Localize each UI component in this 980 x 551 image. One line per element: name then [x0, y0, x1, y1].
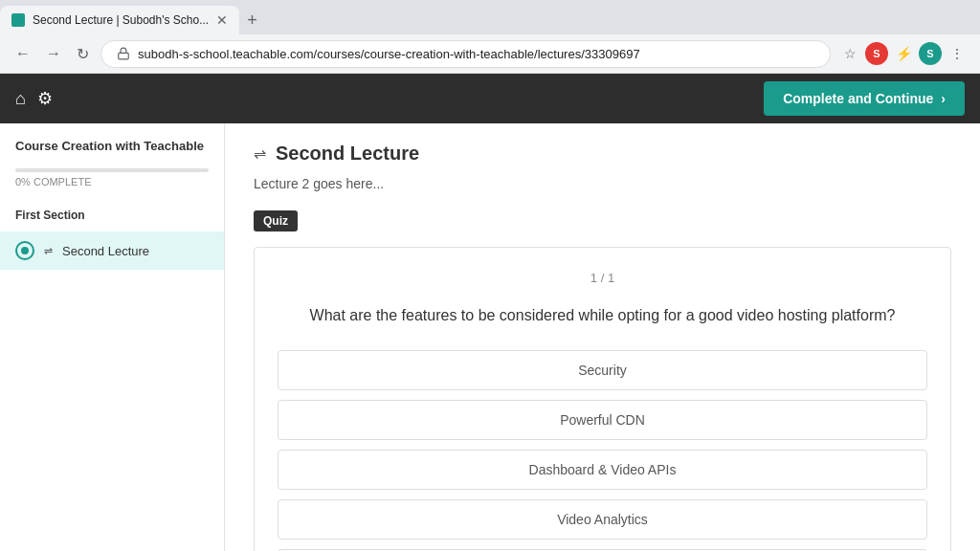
quiz-type-icon: ⇌	[44, 245, 53, 257]
svg-rect-0	[119, 53, 129, 58]
back-button[interactable]: ←	[11, 41, 34, 66]
lecture-name: Second Lecture	[62, 244, 149, 258]
settings-icon[interactable]: ⚙	[37, 88, 53, 109]
quiz-badge: Quiz	[254, 210, 298, 231]
complete-btn-chevron: ›	[941, 91, 946, 106]
browser-chrome: Second Lecture | Subodh's Scho... ✕ + ← …	[0, 0, 980, 74]
progress-bar-container: 0% COMPLETE	[0, 168, 224, 199]
sidebar: Course Creation with Teachable 0% COMPLE…	[0, 123, 225, 551]
progress-bar-bg	[15, 168, 209, 172]
course-title: Course Creation with Teachable	[0, 123, 224, 168]
forward-button[interactable]: →	[42, 41, 65, 66]
active-tab[interactable]: Second Lecture | Subodh's Scho... ✕	[0, 6, 239, 34]
tab-title: Second Lecture | Subodh's Scho...	[33, 13, 209, 27]
quiz-box: 1 / 1 What are the features to be consid…	[254, 247, 951, 551]
home-icon[interactable]: ⌂	[15, 89, 26, 109]
quiz-options: Security Powerful CDN Dashboard & Video …	[278, 350, 927, 551]
star-icon[interactable]: ☆	[838, 42, 861, 65]
url-text: subodh-s-school.teachable.com/courses/co…	[138, 47, 640, 61]
quiz-option-2[interactable]: Dashboard & Video APIs	[278, 450, 927, 490]
tab-bar: Second Lecture | Subodh's Scho... ✕ +	[0, 0, 980, 34]
lock-icon	[117, 47, 130, 60]
lecture-title-icon: ⇌	[254, 144, 266, 163]
profile-icon-1[interactable]: S	[865, 42, 888, 65]
profile-icon-2[interactable]: S	[919, 42, 942, 65]
quiz-option-1[interactable]: Powerful CDN	[278, 400, 927, 440]
lecture-item[interactable]: ⇌ Second Lecture	[0, 231, 224, 270]
toolbar-icons: ☆ S ⚡ S ⋮	[838, 42, 969, 65]
quiz-option-3[interactable]: Video Analytics	[278, 499, 927, 540]
tab-close-button[interactable]: ✕	[216, 13, 228, 27]
new-tab-button[interactable]: +	[243, 7, 261, 34]
lecture-subtitle: Lecture 2 goes here...	[254, 176, 951, 191]
top-nav: ⌂ ⚙ Complete and Continue ›	[0, 74, 980, 123]
tab-favicon	[11, 13, 25, 27]
section-header: First Section	[0, 199, 224, 231]
quiz-counter: 1 / 1	[278, 271, 927, 285]
complete-btn-label: Complete and Continue	[783, 91, 933, 106]
quiz-question: What are the features to be considered w…	[278, 304, 927, 327]
progress-label: 0% COMPLETE	[15, 176, 209, 187]
address-bar: ← → ↻ subodh-s-school.teachable.com/cour…	[0, 34, 980, 73]
reload-button[interactable]: ↻	[73, 41, 93, 67]
lecture-circle-inner	[21, 247, 29, 254]
content-area: ⇌ Second Lecture Lecture 2 goes here... …	[225, 123, 980, 551]
lecture-circle-icon	[15, 241, 34, 260]
app: ⌂ ⚙ Complete and Continue › Course Creat…	[0, 74, 980, 551]
complete-continue-button[interactable]: Complete and Continue ›	[764, 81, 965, 116]
menu-icon[interactable]: ⋮	[946, 42, 969, 65]
nav-left: ⌂ ⚙	[15, 88, 53, 109]
quiz-option-0[interactable]: Security	[278, 350, 927, 390]
extensions-icon[interactable]: ⚡	[892, 42, 915, 65]
lecture-title: Second Lecture	[276, 143, 419, 165]
lecture-header: ⇌ Second Lecture	[254, 143, 951, 165]
url-bar[interactable]: subodh-s-school.teachable.com/courses/co…	[100, 40, 831, 68]
main-layout: Course Creation with Teachable 0% COMPLE…	[0, 123, 980, 551]
